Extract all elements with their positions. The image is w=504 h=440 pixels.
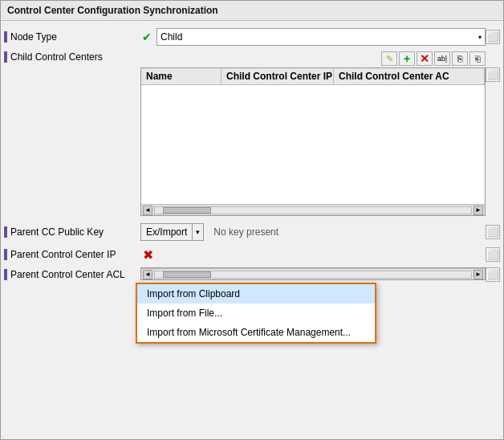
node-type-check-icon: ✔	[140, 31, 153, 43]
menu-item-clipboard[interactable]: Import from Clipboard	[137, 284, 375, 304]
main-window: Control Center Configuration Synchroniza…	[0, 0, 504, 440]
ex-import-button[interactable]: Ex/Import ▾	[140, 223, 204, 241]
parent-acl-help-icon[interactable]: ⬜	[486, 267, 500, 282]
parent-key-help-icon[interactable]: ⬜	[486, 225, 500, 239]
node-type-help-icon[interactable]: ⬜	[486, 30, 500, 44]
window-title: Control Center Configuration Synchroniza…	[7, 5, 218, 16]
child-cc-label: Child Control Centers	[10, 51, 103, 63]
paste-button[interactable]: ⎗	[469, 51, 486, 66]
parent-ip-row: Parent Control Center IP ✖ ⬜	[4, 245, 500, 264]
table-body	[141, 85, 485, 204]
node-type-marker	[4, 31, 7, 43]
parent-ip-label: Parent Control Center IP	[10, 249, 116, 260]
node-type-label: Node Type	[10, 31, 57, 43]
table-header: Name Child Control Center IP Child Contr…	[141, 68, 485, 85]
col-name: Name	[141, 68, 222, 84]
menu-item-file-label: Import from File...	[147, 308, 222, 319]
node-type-select[interactable]: Child ▾	[156, 28, 486, 46]
parent-key-row: Parent CC Public Key Ex/Import ▾ No key …	[4, 222, 500, 242]
rename-button[interactable]: ab|	[434, 51, 450, 66]
parent-ip-marker	[4, 249, 7, 260]
content-area: Node Type ✔ Child ▾ ⬜ Child Control Cent…	[1, 21, 503, 439]
menu-item-certificate[interactable]: Import from Microsoft Certificate Manage…	[137, 323, 375, 342]
parent-acl-table-wrapper: ◄ ►	[140, 267, 486, 280]
acl-scroll-track	[154, 271, 472, 279]
acl-scrollbar[interactable]: ◄ ►	[141, 268, 485, 279]
node-type-row: Node Type ✔ Child ▾ ⬜	[4, 27, 500, 47]
copy-button[interactable]: ⎘	[452, 51, 468, 66]
parent-key-marker	[4, 226, 7, 238]
child-cc-row: Child Control Centers ✎ + ✕ ab| ⎘ ⎗ Name…	[4, 50, 500, 216]
child-cc-table: Name Child Control Center IP Child Contr…	[140, 67, 486, 216]
child-cc-help-icon[interactable]: ⬜	[486, 67, 500, 82]
parent-acl-marker	[4, 269, 7, 280]
add-button[interactable]: +	[399, 51, 415, 66]
no-key-text: No key present	[213, 226, 278, 238]
table-scrollbar[interactable]: ◄ ►	[141, 204, 485, 215]
parent-acl-label-col: Parent Control Center ACL	[4, 267, 140, 280]
scroll-right-arrow[interactable]: ►	[474, 206, 483, 215]
child-cc-label-col: Child Control Centers	[4, 50, 140, 63]
parent-key-label-col: Parent CC Public Key	[4, 226, 140, 238]
scroll-left-arrow[interactable]: ◄	[143, 206, 152, 215]
title-bar: Control Center Configuration Synchroniza…	[1, 1, 503, 21]
acl-scroll-left[interactable]: ◄	[143, 270, 152, 279]
parent-acl-label: Parent Control Center ACL	[10, 269, 125, 280]
delete-button[interactable]: ✕	[417, 51, 433, 66]
parent-ip-field: ✖	[140, 247, 486, 262]
parent-acl-table: ◄ ►	[140, 267, 486, 280]
parent-ip-help-icon[interactable]: ⬜	[486, 247, 500, 262]
child-cc-toolbar: ✎ + ✕ ab| ⎘ ⎗	[140, 50, 486, 67]
node-type-value: Child	[161, 31, 182, 43]
error-icon: ✖	[140, 247, 155, 262]
acl-scroll-right[interactable]: ►	[474, 270, 483, 279]
menu-item-clipboard-label: Import from Clipboard	[147, 288, 240, 299]
child-cc-marker	[4, 51, 7, 63]
col-acl: Child Control Center AC	[334, 68, 485, 84]
node-type-field: ✔ Child ▾	[140, 28, 486, 46]
parent-key-label: Parent CC Public Key	[10, 226, 104, 238]
parent-key-field: Ex/Import ▾ No key present	[140, 223, 486, 241]
child-cc-toolbar-and-table: ✎ + ✕ ab| ⎘ ⎗ Name Child Control Center …	[140, 50, 486, 216]
ex-import-dropdown-arrow: ▾	[193, 224, 203, 240]
menu-item-file[interactable]: Import from File...	[137, 304, 375, 323]
acl-scroll-thumb[interactable]	[163, 271, 211, 278]
node-type-label-col: Node Type	[4, 31, 140, 43]
parent-ip-label-col: Parent Control Center IP	[4, 249, 140, 260]
scroll-track	[154, 206, 472, 214]
scroll-thumb[interactable]	[163, 207, 211, 214]
dropdown-menu: Import from Clipboard Import from File..…	[136, 283, 376, 344]
edit-button[interactable]: ✎	[381, 51, 397, 66]
col-ip: Child Control Center IP	[222, 68, 334, 84]
menu-item-certificate-label: Import from Microsoft Certificate Manage…	[147, 327, 351, 338]
ex-import-label: Ex/Import	[141, 224, 193, 240]
chevron-down-icon: ▾	[478, 34, 482, 41]
